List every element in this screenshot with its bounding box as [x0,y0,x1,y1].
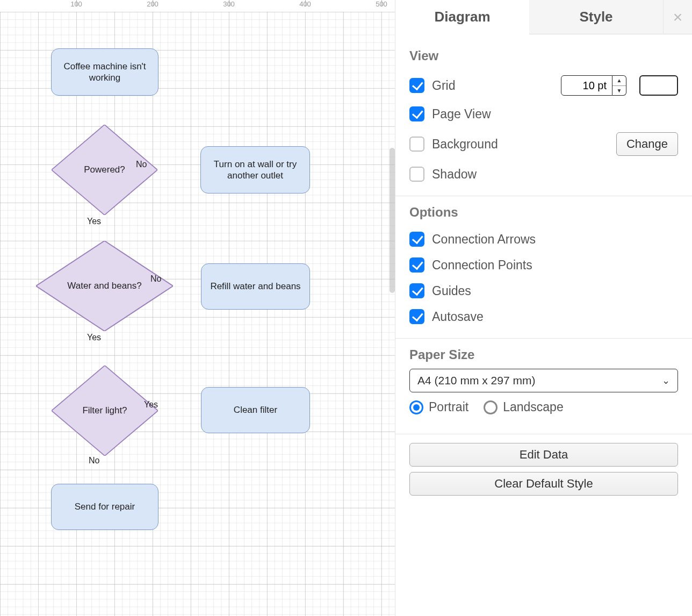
edit-data-button[interactable]: Edit Data [409,443,678,467]
flow-node-label: Water and beans? [36,241,173,331]
grid-size-input[interactable] [561,75,612,96]
ruler-tick: 100 [70,0,82,8]
clear-default-style-button[interactable]: Clear Default Style [409,472,678,496]
page-view-checkbox[interactable] [409,106,424,121]
horizontal-ruler: 100200300400500 [0,0,395,12]
ruler-tick: 400 [299,0,311,8]
grid-checkbox[interactable] [409,78,424,93]
flow-edge-label[interactable]: Yes [87,217,101,226]
orientation-portrait-radio[interactable] [409,400,423,414]
background-checkbox[interactable] [409,137,424,152]
flow-edge-label[interactable]: Yes [87,333,101,342]
flow-edge-label[interactable]: No [150,274,161,284]
autosave-label: Autosave [432,310,678,324]
orientation-portrait-label: Portrait [429,400,468,414]
canvas-area[interactable]: Coffee machine isn't workingPowered?Turn… [0,0,395,616]
paper-size-select[interactable]: A4 (210 mm x 297 mm) ⌄ [409,369,678,392]
orientation-landscape-radio[interactable] [484,400,498,414]
flow-process-node[interactable]: Turn on at wall or try another outlet [200,146,310,194]
grid-size-stepper[interactable]: ▲▼ [612,75,626,96]
close-panel-icon[interactable]: × [663,0,692,34]
connection-arrows-checkbox[interactable] [409,232,424,247]
panel-tabs: Diagram Style × [395,0,692,34]
connection-points-checkbox[interactable] [409,257,424,273]
grid-color-swatch[interactable] [639,75,678,96]
paper-size-value: A4 (210 mm x 297 mm) [417,374,535,387]
flow-edge-label[interactable]: No [136,160,147,169]
flow-decision-node[interactable]: Powered? [52,125,157,215]
ruler-tick: 300 [223,0,235,8]
flow-process-node[interactable]: Refill water and beans [201,263,310,310]
flow-node-label: Filter light? [52,366,158,456]
background-label: Background [432,137,609,152]
view-section-title: View [409,48,678,63]
flow-edge-label[interactable]: No [89,456,99,465]
options-section-title: Options [409,205,678,220]
guides-label: Guides [432,284,678,298]
flow-edge-label[interactable]: Yes [144,400,158,410]
orientation-landscape-label: Landscape [503,400,564,414]
flow-node-label: Powered? [52,125,157,215]
connection-points-label: Connection Points [432,258,678,273]
tab-style[interactable]: Style [529,0,663,34]
shadow-label: Shadow [432,167,678,182]
autosave-checkbox[interactable] [409,309,424,324]
shadow-checkbox[interactable] [409,167,424,182]
tab-diagram[interactable]: Diagram [395,0,529,34]
flow-decision-node[interactable]: Water and beans? [36,241,173,331]
format-panel: Diagram Style × View Grid ▲▼ Page View [395,0,692,616]
flow-process-node[interactable]: Coffee machine isn't working [51,48,158,96]
grid-label: Grid [432,78,553,93]
change-background-button[interactable]: Change [616,132,678,156]
flow-process-node[interactable]: Send for repair [51,484,158,530]
chevron-down-icon: ⌄ [662,375,670,386]
ruler-tick: 500 [376,0,387,8]
guides-checkbox[interactable] [409,283,424,298]
ruler-tick: 200 [147,0,158,8]
flow-decision-node[interactable]: Filter light? [52,366,158,456]
paper-size-title: Paper Size [409,347,678,362]
connection-arrows-label: Connection Arrows [432,232,678,247]
canvas-scrollbar-thumb[interactable] [390,148,395,293]
flow-process-node[interactable]: Clean filter [201,387,310,433]
page-view-label: Page View [432,107,678,121]
